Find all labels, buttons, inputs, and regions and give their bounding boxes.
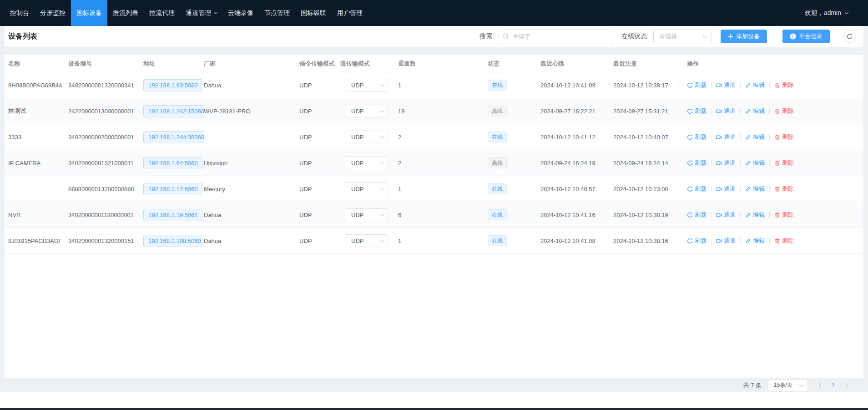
nav-label: 国标设备 xyxy=(76,9,102,17)
device-name: 9H08B00PAG69B44 xyxy=(8,82,68,89)
stream-mode-select[interactable]: UDP xyxy=(345,234,388,247)
address-tag: 192.168.1.242:15060 xyxy=(143,105,204,117)
nav-item-gb-devices[interactable]: 国标设备 xyxy=(71,0,107,26)
trash-icon xyxy=(774,160,780,166)
channel-action[interactable]: 通道 xyxy=(716,133,736,141)
user-menu[interactable]: 欢迎，admin xyxy=(805,0,868,26)
last-register: 2024-10-12 10:38:17 xyxy=(613,82,682,89)
nav-item-push-list[interactable]: 推流列表 xyxy=(107,0,144,26)
prev-page-button[interactable] xyxy=(815,380,826,391)
page-size-select[interactable]: 15条/页 xyxy=(768,380,808,391)
delete-action[interactable]: 删除 xyxy=(774,81,794,89)
channel-action[interactable]: 通道 xyxy=(716,81,736,89)
nav-item-gb-cascade[interactable]: 国标级联 xyxy=(295,0,332,26)
page-title: 设备列表 xyxy=(8,32,37,41)
device-name: 3333 xyxy=(8,134,68,141)
refresh-action[interactable]: 刷新 xyxy=(687,185,707,193)
search-input[interactable] xyxy=(499,30,612,43)
edit-action[interactable]: 编辑 xyxy=(745,159,765,167)
chevron-down-icon xyxy=(380,82,385,87)
signal-mode: UDP xyxy=(299,186,340,192)
stream-mode-select[interactable]: UDP xyxy=(345,79,388,91)
delete-action[interactable]: 删除 xyxy=(774,237,794,245)
edit-action[interactable]: 编辑 xyxy=(745,107,765,115)
add-device-label: 添加设备 xyxy=(736,32,760,40)
delete-action[interactable]: 删除 xyxy=(774,107,794,115)
device-id: 88880000013200000888 xyxy=(68,186,143,192)
stream-mode-select[interactable]: UDP xyxy=(345,208,388,221)
channel-action[interactable]: 通道 xyxy=(716,107,736,115)
channel-action[interactable]: 通道 xyxy=(716,159,736,167)
nav-item-channel-mgmt[interactable]: 通道管理 xyxy=(180,0,222,26)
edit-action[interactable]: 编辑 xyxy=(745,81,765,89)
delete-action[interactable]: 删除 xyxy=(774,185,794,193)
row-actions: 刷新 通道 编辑 删除 xyxy=(687,107,863,115)
stream-mode-select[interactable]: UDP xyxy=(345,131,388,143)
delete-action[interactable]: 删除 xyxy=(774,159,794,167)
edit-action[interactable]: 编辑 xyxy=(745,185,765,193)
signal-mode: UDP xyxy=(299,82,340,89)
divider xyxy=(769,134,770,140)
col-header: 最近注册 xyxy=(613,60,682,68)
current-page[interactable]: 1 xyxy=(828,382,838,389)
edit-icon xyxy=(745,134,751,140)
delete-action[interactable]: 删除 xyxy=(774,211,794,219)
last-heartbeat: 2024-10-12 10:40:57 xyxy=(540,186,613,192)
chevron-down-icon xyxy=(703,34,707,38)
video-icon xyxy=(716,82,722,88)
last-heartbeat: 2024-10-12 10:41:12 xyxy=(540,134,613,141)
divider xyxy=(740,212,741,218)
refresh-action[interactable]: 刷新 xyxy=(687,133,707,141)
stream-mode-select[interactable]: UDP xyxy=(345,157,388,169)
stream-mode-value: UDP xyxy=(351,212,363,218)
edit-action[interactable]: 编辑 xyxy=(745,133,765,141)
nav-item-cloud-record[interactable]: 云端录像 xyxy=(222,0,259,26)
platform-info-button[interactable]: 平台信息 xyxy=(782,30,830,43)
last-heartbeat: 2024-10-12 10:41:16 xyxy=(540,212,613,218)
nav-label: 节点管理 xyxy=(264,9,290,17)
nav-item-console[interactable]: 控制台 xyxy=(5,0,35,26)
refresh-action[interactable]: 刷新 xyxy=(687,211,707,219)
nav-label: 云端录像 xyxy=(228,9,253,17)
nav-item-split-monitor[interactable]: 分屏监控 xyxy=(35,0,71,26)
channel-action[interactable]: 通道 xyxy=(716,237,736,245)
divider xyxy=(711,186,712,192)
refresh-list-button[interactable] xyxy=(843,30,856,43)
nav-item-user-mgmt[interactable]: 用户管理 xyxy=(332,0,368,26)
col-header: 信令传输模式 xyxy=(299,60,340,68)
channel-action[interactable]: 通道 xyxy=(716,185,736,193)
delete-action[interactable]: 删除 xyxy=(774,133,794,141)
col-header: 厂家 xyxy=(204,60,299,68)
nav-item-pull-proxy[interactable]: 拉流代理 xyxy=(144,0,180,26)
stream-mode-select[interactable]: UDP xyxy=(345,105,388,117)
edit-action[interactable]: 编辑 xyxy=(745,211,765,219)
edit-action[interactable]: 编辑 xyxy=(745,237,765,245)
status-badge: 离线 xyxy=(488,106,507,116)
channel-action[interactable]: 通道 xyxy=(716,211,736,219)
page-size-value: 15条/页 xyxy=(774,381,792,389)
add-device-button[interactable]: 添加设备 xyxy=(721,30,767,43)
refresh-action[interactable]: 刷新 xyxy=(687,107,707,115)
bottom-edge-bar xyxy=(0,408,868,410)
nav-label: 推流列表 xyxy=(113,9,138,17)
refresh-action[interactable]: 刷新 xyxy=(687,237,707,245)
video-icon xyxy=(716,134,722,140)
divider xyxy=(711,108,712,114)
stream-mode-select[interactable]: UDP xyxy=(345,182,388,195)
nav-item-node-mgmt[interactable]: 节点管理 xyxy=(259,0,295,26)
bottom-spacer xyxy=(0,392,868,408)
next-page-button[interactable] xyxy=(840,380,851,391)
chevron-down-icon xyxy=(380,108,385,113)
refresh-icon xyxy=(687,82,693,88)
signal-mode: UDP xyxy=(299,134,340,141)
divider xyxy=(769,160,770,166)
online-status-select[interactable]: 请选择 xyxy=(653,30,712,43)
pagination-bar: 共 7 条 15条/页 1 xyxy=(5,378,863,392)
online-status-label: 在线状态: xyxy=(621,32,649,40)
search-label: 搜索: xyxy=(479,32,494,40)
refresh-action[interactable]: 刷新 xyxy=(687,81,707,89)
last-heartbeat: 2024-10-12 10:41:09 xyxy=(540,82,613,89)
stream-mode-value: UDP xyxy=(351,82,363,89)
last-heartbeat: 2024-09-27 16:22:21 xyxy=(540,108,613,115)
refresh-action[interactable]: 刷新 xyxy=(687,159,707,167)
